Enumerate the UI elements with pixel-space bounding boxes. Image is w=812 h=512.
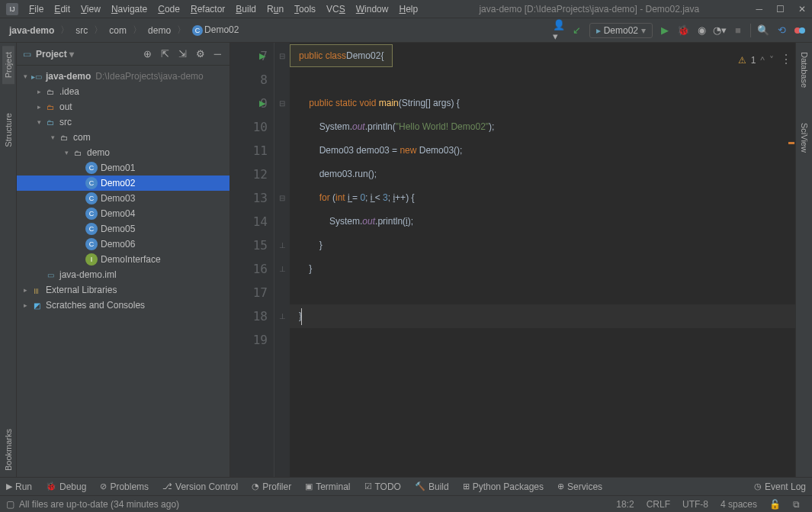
tree-external-libs[interactable]: ▸⫼External Libraries (17, 282, 229, 298)
sync-button[interactable]: ⟲ (775, 24, 788, 37)
svg-point-1 (799, 27, 805, 34)
ide-status-icon[interactable]: ⧉ (787, 499, 806, 510)
maximize-button[interactable]: ☐ (776, 4, 785, 14)
tree-class-demo02[interactable]: CDemo02 (17, 175, 229, 191)
hide-icon[interactable]: ─ (212, 48, 223, 60)
menu-build[interactable]: Build (231, 2, 261, 16)
menubar: File Edit View Navigate Code Refactor Bu… (24, 2, 422, 16)
menu-refactor[interactable]: Refactor (186, 2, 229, 16)
fold-gutter[interactable]: ⊟⊟ ⊟⊥ ⊥⊥ (274, 43, 290, 477)
file-encoding[interactable]: UTF-8 (676, 499, 714, 510)
right-tool-strip: Database SciView (795, 43, 812, 477)
inspection-badge[interactable]: ⚠1 ^ ˅ (738, 49, 774, 72)
app-logo: IJ (6, 3, 18, 15)
tab-build[interactable]: 🔨 Build (415, 481, 449, 492)
project-tree: ▾▸▭java-demoD:\IdeaProjects\java-demo ▸🗀… (17, 66, 229, 477)
tree-src[interactable]: ▾🗀src (17, 114, 229, 130)
search-button[interactable]: 🔍 (757, 24, 769, 37)
titlebar: IJ File Edit View Navigate Code Refactor… (0, 0, 812, 18)
project-sidebar: ▭ Project ▾ ⊕ ⇱ ⇲ ⚙ ─ ▾▸▭java-demoD:\Ide… (17, 43, 230, 477)
bottom-toolbar: ▶ Run 🐞 Debug ⊘ Problems ⎇ Version Contr… (0, 477, 812, 495)
menu-edit[interactable]: Edit (50, 2, 75, 16)
code-content[interactable]: public class Demo02 { public static void… (290, 43, 795, 477)
tree-out[interactable]: ▸🗀out (17, 99, 229, 114)
line-separator[interactable]: CRLF (640, 499, 676, 510)
minimize-button[interactable]: ─ (756, 4, 762, 14)
menu-tools[interactable]: Tools (290, 2, 320, 16)
menu-navigate[interactable]: Navigate (107, 2, 152, 16)
tab-terminal[interactable]: ▣ Terminal (305, 481, 350, 492)
menu-help[interactable]: Help (394, 2, 422, 16)
expand-all-icon[interactable]: ⇱ (159, 48, 172, 60)
select-opened-icon[interactable]: ⊕ (141, 48, 154, 60)
line-gutter[interactable]: 7▶ 8 9▶ 101112 131415 161718 19 (230, 43, 274, 477)
run-config-dropdown[interactable]: ▸Demo02▾ (589, 23, 653, 38)
readonly-icon[interactable]: 🔓 (763, 499, 787, 510)
right-tab-database[interactable]: Database (798, 46, 810, 94)
cursor-position[interactable]: 18:2 (610, 499, 640, 510)
tab-services[interactable]: ⊕ Services (557, 481, 602, 492)
status-box-icon[interactable]: ▢ (6, 499, 14, 510)
menu-vcs[interactable]: VCS (322, 2, 350, 16)
tree-class-demo05[interactable]: CDemo05 (17, 221, 229, 237)
close-button[interactable]: ✕ (798, 4, 806, 14)
sidebar-header: ▭ Project ▾ ⊕ ⇱ ⇲ ⚙ ─ (17, 43, 229, 66)
sidebar-title[interactable]: Project ▾ (36, 49, 136, 60)
menu-window[interactable]: Window (351, 2, 393, 16)
collapse-all-icon[interactable]: ⇲ (176, 48, 189, 60)
left-tool-strip: Project Structure Bookmarks (0, 43, 17, 477)
tab-todo[interactable]: ☑ TODO (364, 481, 401, 492)
tree-demo[interactable]: ▾🗀demo (17, 145, 229, 160)
editor: 7▶ 8 9▶ 101112 131415 161718 19 ⊟⊟ ⊟⊥ ⊥⊥… (230, 43, 795, 477)
tree-class-demo04[interactable]: CDemo04 (17, 206, 229, 221)
tree-iml[interactable]: ▭java-demo.iml (17, 267, 229, 282)
warning-icon: ⚠ (738, 49, 746, 72)
coverage-button[interactable]: ◉ (695, 24, 708, 37)
add-user-icon[interactable]: 👤▾ (553, 24, 565, 37)
tree-project-root[interactable]: ▾▸▭java-demoD:\IdeaProjects\java-demo (17, 69, 229, 84)
tree-idea[interactable]: ▸🗀.idea (17, 84, 229, 99)
menu-file[interactable]: File (24, 2, 48, 16)
crumb-file[interactable]: CDemo02 (189, 23, 242, 37)
debug-button[interactable]: 🐞 (677, 24, 689, 37)
breadcrumb: java-demo〉 src〉 com〉 demo〉 CDemo02 (6, 23, 242, 37)
window-title: java-demo [D:\IdeaProjects\java-demo] - … (422, 4, 756, 14)
tree-class-demo01[interactable]: CDemo01 (17, 160, 229, 175)
menu-code[interactable]: Code (153, 2, 185, 16)
tree-interface[interactable]: IDemoInterface (17, 252, 229, 267)
tree-class-demo03[interactable]: CDemo03 (17, 191, 229, 206)
menu-view[interactable]: View (76, 2, 105, 16)
run-gutter-icon[interactable]: ▶ (259, 51, 265, 61)
tab-python[interactable]: ⊞ Python Packages (463, 481, 544, 492)
back-arrow-icon[interactable]: ↙ (571, 24, 583, 37)
left-tab-project[interactable]: Project (2, 46, 14, 84)
tab-problems[interactable]: ⊘ Problems (100, 481, 149, 492)
crumb-src[interactable]: src (72, 24, 91, 37)
status-bar: ▢ All files are up-to-date (34 minutes a… (0, 495, 812, 512)
editor-more-icon[interactable]: ⋮ (780, 47, 792, 71)
text-caret (301, 308, 302, 325)
crumb-com[interactable]: com (106, 24, 130, 37)
crumb-project[interactable]: java-demo (6, 24, 57, 37)
tree-com[interactable]: ▾🗀com (17, 130, 229, 145)
tab-vcs[interactable]: ⎇ Version Control (162, 481, 238, 492)
run-button[interactable]: ▶ (659, 24, 671, 37)
left-tab-bookmarks[interactable]: Bookmarks (2, 423, 14, 477)
crumb-demo[interactable]: demo (145, 24, 174, 37)
tab-profiler[interactable]: ◔ Profiler (252, 481, 291, 492)
indent-info[interactable]: 4 spaces (714, 499, 763, 510)
menu-run[interactable]: Run (262, 2, 288, 16)
right-tab-sciview[interactable]: SciView (798, 117, 810, 159)
tree-scratches[interactable]: ▸◩Scratches and Consoles (17, 298, 229, 313)
run-gutter-icon[interactable]: ▶ (259, 98, 265, 108)
left-tab-structure[interactable]: Structure (2, 107, 14, 153)
stop-button[interactable]: ■ (732, 24, 744, 37)
tab-debug[interactable]: 🐞 Debug (46, 481, 86, 492)
ide-button[interactable] (794, 24, 806, 37)
settings-icon[interactable]: ⚙ (194, 48, 207, 60)
tab-run[interactable]: ▶ Run (6, 481, 32, 492)
profile-button[interactable]: ◔▾ (714, 24, 726, 37)
event-log-button[interactable]: ◷ Event Log (754, 481, 806, 492)
error-stripe-mark[interactable] (788, 142, 794, 144)
tree-class-demo06[interactable]: CDemo06 (17, 237, 229, 252)
